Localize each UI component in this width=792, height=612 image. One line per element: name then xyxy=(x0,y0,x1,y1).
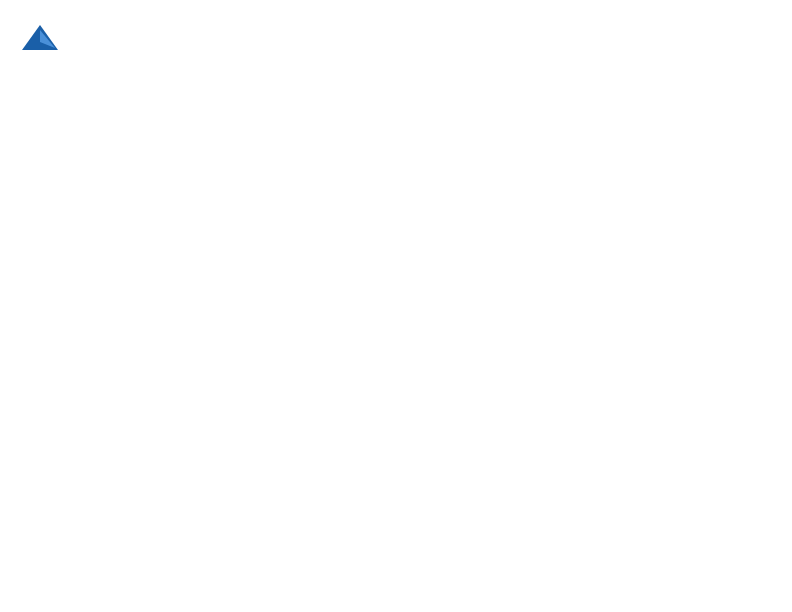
logo xyxy=(20,20,62,65)
logo-icon xyxy=(20,20,60,65)
header xyxy=(20,20,772,65)
